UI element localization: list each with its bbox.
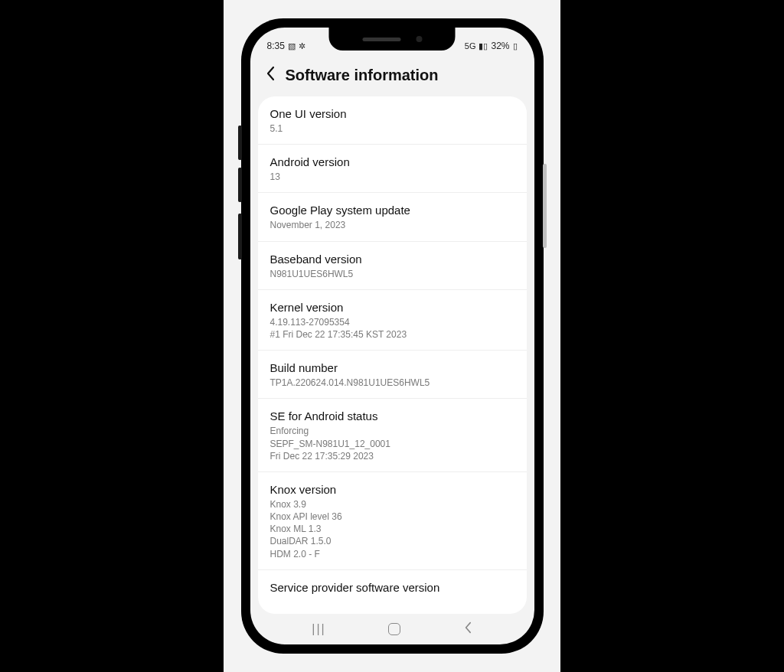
signal-icon: ▮▯ xyxy=(479,42,488,51)
row-value: Knox 3.9 Knox API level 36 Knox ML 1.3 D… xyxy=(270,498,514,560)
settings-list: One UI version 5.1 Android version 13 Go… xyxy=(258,96,527,614)
row-kernel-version[interactable]: Kernel version 4.19.113-27095354 #1 Fri … xyxy=(258,290,527,351)
screen: 8:35 ▧ ✲ 5G ▮▯ 32% ▯ Software informatio… xyxy=(250,28,534,644)
status-battery: 32% xyxy=(491,41,509,51)
row-value: 13 xyxy=(270,171,514,183)
page-title: Software information xyxy=(286,67,439,84)
back-button[interactable] xyxy=(266,66,275,84)
speaker-grill xyxy=(362,38,400,41)
notch xyxy=(329,28,456,51)
row-label: Baseband version xyxy=(270,253,514,266)
row-label: Android version xyxy=(270,155,514,168)
navigation-bar: ||| xyxy=(250,614,534,644)
volume-up-button[interactable] xyxy=(238,126,242,160)
chevron-left-icon xyxy=(266,66,275,81)
nav-home-button[interactable] xyxy=(388,623,400,635)
nav-back-button[interactable] xyxy=(463,621,472,638)
row-one-ui-version[interactable]: One UI version 5.1 xyxy=(258,96,527,145)
row-build-number[interactable]: Build number TP1A.220624.014.N981U1UES6H… xyxy=(258,351,527,399)
row-value: Enforcing SEPF_SM-N981U1_12_0001 Fri Dec… xyxy=(270,425,514,462)
row-value: November 1, 2023 xyxy=(270,219,514,231)
row-service-provider-version[interactable]: Service provider software version xyxy=(258,570,527,599)
side-key-button[interactable] xyxy=(238,214,242,259)
image-icon: ▧ xyxy=(288,42,296,51)
status-left: 8:35 ▧ ✲ xyxy=(267,41,305,51)
nav-recents-button[interactable]: ||| xyxy=(312,622,325,636)
mockup-backdrop: 8:35 ▧ ✲ 5G ▮▯ 32% ▯ Software informatio… xyxy=(224,0,560,672)
row-label: One UI version xyxy=(270,107,514,120)
row-label: Knox version xyxy=(270,483,514,496)
row-android-version[interactable]: Android version 13 xyxy=(258,145,527,193)
power-button[interactable] xyxy=(543,164,547,248)
network-5g-icon: 5G xyxy=(465,42,476,51)
row-label: SE for Android status xyxy=(270,409,514,422)
header: Software information xyxy=(250,52,534,96)
row-value: 5.1 xyxy=(270,122,514,135)
row-value: 4.19.113-27095354 #1 Fri Dec 22 17:35:45… xyxy=(270,316,514,341)
settings-status-icon: ✲ xyxy=(299,42,305,51)
row-baseband-version[interactable]: Baseband version N981U1UES6HWL5 xyxy=(258,242,527,290)
front-camera xyxy=(416,36,422,42)
row-label: Build number xyxy=(270,361,514,374)
phone-frame: 8:35 ▧ ✲ 5G ▮▯ 32% ▯ Software informatio… xyxy=(241,18,544,654)
row-label: Kernel version xyxy=(270,301,514,314)
row-google-play-update[interactable]: Google Play system update November 1, 20… xyxy=(258,193,527,241)
row-value: TP1A.220624.014.N981U1UES6HWL5 xyxy=(270,377,514,389)
chevron-left-icon xyxy=(463,621,472,634)
status-right: 5G ▮▯ 32% ▯ xyxy=(465,41,518,51)
row-label: Service provider software version xyxy=(270,581,514,594)
row-value: N981U1UES6HWL5 xyxy=(270,268,514,280)
battery-icon: ▯ xyxy=(513,42,518,51)
row-label: Google Play system update xyxy=(270,204,514,217)
status-time: 8:35 xyxy=(267,41,285,51)
volume-down-button[interactable] xyxy=(238,168,242,202)
row-se-android-status[interactable]: SE for Android status Enforcing SEPF_SM-… xyxy=(258,399,527,472)
row-knox-version[interactable]: Knox version Knox 3.9 Knox API level 36 … xyxy=(258,472,527,570)
